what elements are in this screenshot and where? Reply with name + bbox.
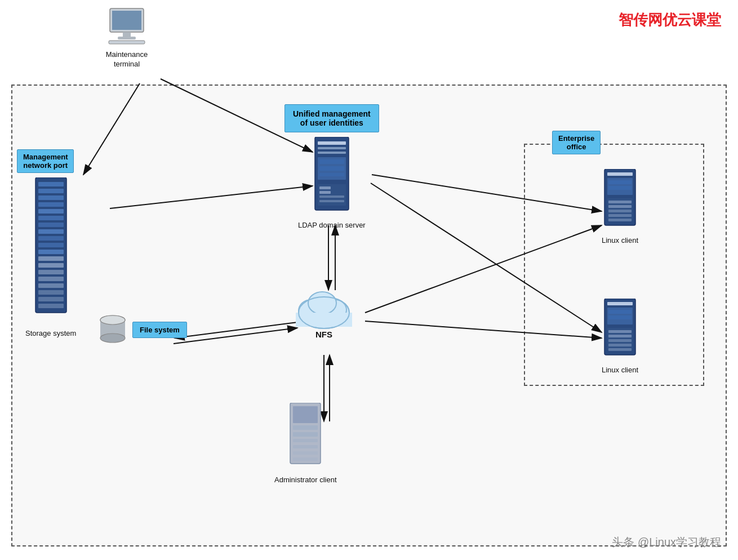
svg-rect-76: [608, 335, 632, 337]
svg-rect-22: [38, 277, 64, 281]
svg-rect-23: [38, 283, 64, 288]
svg-rect-36: [319, 159, 344, 164]
maintenance-terminal-node: Maintenance terminal: [104, 6, 149, 69]
linux-client-1-icon: [602, 169, 638, 231]
svg-rect-65: [608, 205, 632, 208]
svg-rect-78: [608, 344, 632, 346]
svg-rect-59: [607, 172, 633, 176]
svg-rect-19: [38, 256, 64, 261]
svg-rect-79: [608, 348, 632, 351]
svg-rect-56: [293, 451, 318, 455]
svg-rect-42: [319, 195, 344, 198]
svg-rect-64: [608, 201, 632, 203]
svg-rect-5: [118, 37, 136, 39]
filesystem-node: File system: [99, 314, 187, 345]
svg-rect-73: [608, 315, 632, 319]
unified-management-label: Unified management of user identities: [284, 104, 379, 132]
svg-rect-66: [608, 210, 632, 212]
svg-point-47: [308, 292, 336, 314]
svg-rect-34: [318, 152, 346, 154]
svg-rect-33: [318, 147, 346, 149]
svg-rect-6: [109, 41, 145, 44]
maintenance-terminal-label: Maintenance terminal: [104, 50, 149, 69]
svg-rect-53: [293, 432, 318, 437]
watermark-bottom: 头条 @Linux学习教程: [612, 535, 721, 550]
computer-icon: [104, 6, 149, 45]
admin-client-label: Administrator client: [274, 475, 337, 485]
svg-rect-48: [296, 313, 352, 327]
svg-rect-4: [123, 32, 131, 37]
svg-rect-61: [608, 180, 632, 184]
linux-client-1-label: Linux client: [602, 236, 638, 246]
svg-rect-51: [293, 406, 318, 423]
nfs-node: NFS: [293, 282, 355, 340]
storage-system-node: Storage system: [25, 177, 76, 339]
svg-rect-72: [608, 310, 632, 314]
linux-client-1-node: Linux client: [602, 169, 638, 246]
svg-rect-13: [38, 216, 64, 220]
svg-rect-3: [112, 11, 141, 30]
svg-rect-41: [319, 191, 331, 194]
management-network-port-node: Management network port: [17, 149, 74, 173]
storage-system-label: Storage system: [25, 329, 76, 339]
svg-rect-25: [38, 297, 64, 301]
svg-rect-54: [293, 439, 318, 442]
svg-rect-12: [38, 209, 64, 214]
svg-rect-62: [608, 186, 632, 190]
linux-client-2-node: Linux client: [602, 299, 638, 375]
svg-rect-38: [319, 173, 344, 176]
svg-point-29: [100, 334, 125, 343]
watermark-top: 智传网优云课堂: [619, 10, 721, 30]
linux-client-2-icon: [602, 299, 638, 361]
svg-rect-52: [293, 425, 318, 430]
svg-rect-20: [38, 263, 64, 268]
svg-rect-43: [319, 200, 344, 202]
storage-rack-icon: [33, 177, 69, 324]
svg-rect-55: [293, 445, 318, 448]
svg-rect-8: [38, 182, 64, 186]
ldap-server-icon: [309, 137, 354, 216]
svg-rect-40: [319, 186, 331, 189]
svg-rect-21: [38, 270, 64, 274]
admin-client-node: Administrator client: [274, 403, 337, 485]
svg-rect-26: [38, 304, 64, 308]
nfs-cloud-icon: [293, 282, 355, 332]
svg-rect-57: [293, 457, 318, 461]
filesystem-label-box: File system: [132, 322, 187, 338]
svg-rect-16: [38, 236, 64, 241]
svg-rect-9: [38, 189, 64, 193]
enterprise-office-label: Enterprise office: [552, 131, 601, 154]
svg-rect-75: [608, 330, 632, 333]
ldap-server-label: LDAP domain server: [284, 221, 379, 230]
svg-rect-37: [319, 166, 344, 171]
ldap-server-node: Unified management of user identities LD…: [284, 104, 379, 230]
svg-rect-10: [38, 195, 64, 200]
svg-rect-24: [38, 290, 64, 295]
svg-rect-77: [608, 339, 632, 342]
svg-rect-17: [38, 243, 64, 247]
svg-rect-14: [38, 223, 64, 227]
svg-rect-32: [318, 141, 346, 145]
svg-rect-15: [38, 229, 64, 234]
linux-client-2-label: Linux client: [602, 366, 638, 375]
enterprise-office-node: Enterprise office: [552, 131, 601, 154]
cylinder-icon: [99, 314, 127, 345]
svg-rect-18: [38, 250, 64, 254]
management-label-box: Management network port: [17, 149, 74, 173]
svg-rect-11: [38, 202, 64, 207]
svg-point-30: [100, 315, 125, 325]
main-container: Maintenance terminal Management network …: [0, 0, 738, 560]
admin-client-icon: [286, 403, 325, 470]
svg-rect-67: [608, 214, 632, 217]
svg-rect-68: [608, 219, 632, 221]
svg-rect-70: [607, 302, 633, 305]
